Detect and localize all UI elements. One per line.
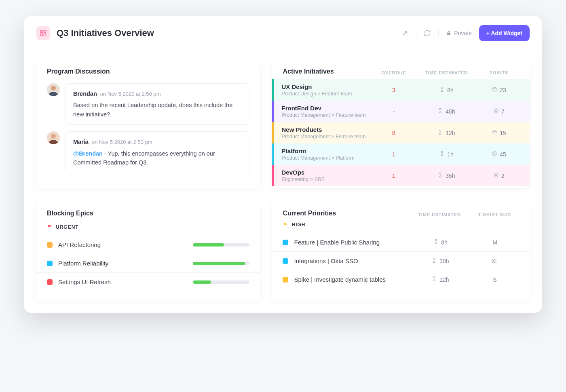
blocking-panel: Blocking Epics URGENT API Refactoring Pl… [36, 200, 260, 301]
avatar [47, 83, 60, 96]
hourglass-icon [437, 129, 443, 136]
header-actions: Private + Add Widget [401, 25, 530, 41]
priority-item-name: Integrations | Okta SSO [294, 257, 358, 264]
avatar [47, 131, 60, 144]
initiative-name: Platform [281, 148, 374, 154]
discussion-panel: Program Discussion Brendan on Nov 5 2020… [36, 58, 260, 188]
page-header: Q3 Initiatives Overview Private + Add Wi… [24, 16, 542, 50]
initiative-row[interactable]: New Products Product Management > Featur… [272, 122, 530, 143]
initiative-name: UX Design [281, 83, 374, 90]
page-title: Q3 Initiatives Overview [57, 28, 395, 38]
initiative-row[interactable]: FrontEnd Dev Product Management > Featur… [272, 101, 530, 122]
priority-time: 8h [414, 239, 467, 246]
panel-title: Current Priorities [283, 210, 408, 217]
message-author: Maria [73, 139, 89, 145]
priority-time: 12h [414, 276, 467, 283]
initiative-row[interactable]: UX Design Product Design > Feature team … [272, 79, 530, 101]
status-dot [47, 242, 53, 248]
initiative-overdue: 8 [374, 129, 414, 136]
initiative-name: New Products [281, 126, 374, 133]
column-header-overdue: OVERDUE [374, 70, 414, 75]
status-dot [47, 279, 53, 285]
panel-title: Program Discussion [36, 68, 260, 81]
initiative-overdue: 3 [374, 86, 414, 93]
priorities-panel: Current Priorities TIME ESTIMATED T-SHIR… [272, 200, 530, 301]
initiative-path: Product Management > Platform [281, 155, 374, 161]
add-widget-button[interactable]: + Add Widget [479, 25, 530, 41]
blocking-item-name: Settings UI Refresh [58, 278, 111, 285]
initiative-time: 35h [414, 172, 479, 179]
priority-size: M [471, 239, 519, 246]
initiative-points: 15 [479, 129, 519, 136]
hourglass-icon [437, 172, 443, 179]
message-time: on Nov 5 2020 at 2:50 pm [100, 91, 161, 97]
initiative-points: 45 [479, 151, 519, 158]
initiative-points: 2 [479, 172, 519, 179]
priority-time: 30h [414, 257, 467, 264]
initiative-points: 7 [479, 108, 519, 115]
discussion-message: Brendan on Nov 5 2020 at 2:50 pm Based o… [36, 81, 260, 129]
hourglass-icon [437, 108, 443, 115]
priority-item-name: Spike | Investigate dynamic tables [294, 276, 386, 283]
initiative-row[interactable]: Platform Product Management > Platform 1… [272, 143, 530, 165]
progress-bar [193, 262, 249, 265]
hourglass-icon [431, 257, 437, 264]
refresh-icon[interactable] [424, 30, 431, 37]
blocking-item[interactable]: Platform Reliability [36, 254, 260, 272]
initiative-time: 1h [414, 151, 479, 158]
svg-rect-1 [44, 30, 46, 32]
svg-point-4 [51, 86, 56, 91]
blocking-item-name: API Refactoring [58, 241, 101, 248]
priority-item[interactable]: Spike | Investigate dynamic tables 12h S [272, 270, 530, 289]
mention[interactable]: @Brendan [73, 150, 103, 157]
discussion-message: Maria on Nov 5 2020 at 2:50 pm @Brendan … [36, 129, 260, 177]
status-dot [283, 277, 288, 282]
star-icon [492, 129, 497, 136]
panel-title: Active Initiatives [283, 68, 374, 75]
svg-rect-0 [40, 30, 42, 32]
column-header-time: TIME ESTIMATED [414, 70, 479, 75]
flag-icon [283, 222, 288, 228]
priority-label-urgent: URGENT [36, 223, 260, 236]
progress-bar [193, 243, 249, 247]
hourglass-icon [431, 276, 437, 283]
blocking-item[interactable]: API Refactoring [36, 236, 260, 254]
priority-item[interactable]: Integrations | Okta SSO 30h XL [272, 251, 530, 270]
star-icon [492, 86, 497, 93]
flag-icon [47, 224, 53, 230]
divider [416, 29, 416, 38]
svg-rect-3 [44, 34, 46, 36]
star-icon [493, 108, 499, 115]
priorities-header: Current Priorities TIME ESTIMATED T-SHIR… [272, 210, 530, 220]
dashboard-grid: Program Discussion Brendan on Nov 5 2020… [24, 50, 542, 301]
dashboard-card: Q3 Initiatives Overview Private + Add Wi… [24, 16, 542, 313]
initiative-path: Engineering > SRE [281, 177, 374, 182]
blocking-item-name: Platform Reliability [58, 260, 108, 267]
column-header-points: POINTS [479, 70, 519, 75]
initiative-row[interactable]: DevOps Engineering > SRE 1 35h 2 [272, 165, 530, 186]
privacy-toggle[interactable]: Private [446, 30, 472, 36]
priority-item[interactable]: Feature | Enable Public Sharing 8h M [272, 233, 530, 251]
priority-label-high: HIGH [272, 220, 530, 233]
progress-bar [193, 280, 249, 284]
initiative-time: 45h [414, 108, 479, 115]
status-dot [47, 261, 53, 266]
priority-item-name: Feature | Enable Public Sharing [294, 239, 380, 246]
initiative-path: Product Design > Feature team [281, 91, 374, 97]
initiative-path: Product Management > Feature team [281, 112, 374, 118]
panel-title: Blocking Epics [36, 210, 260, 223]
message-time: on Nov 5 2020 at 2:50 pm [92, 139, 152, 145]
initiative-name: DevOps [281, 169, 374, 176]
initiative-overdue: - [374, 108, 414, 115]
blocking-item[interactable]: Settings UI Refresh [36, 272, 260, 291]
star-icon [493, 172, 499, 179]
privacy-label: Private [454, 30, 472, 36]
hourglass-icon [439, 86, 445, 93]
initiative-points: 23 [479, 86, 519, 93]
status-dot [283, 240, 288, 245]
column-header-time: TIME ESTIMATED [413, 212, 466, 217]
initiatives-header: Active Initiatives OVERDUE TIME ESTIMATE… [272, 68, 530, 79]
priority-size: XL [471, 258, 519, 264]
initiative-name: FrontEnd Dev [281, 105, 374, 112]
expand-icon[interactable] [401, 30, 409, 37]
